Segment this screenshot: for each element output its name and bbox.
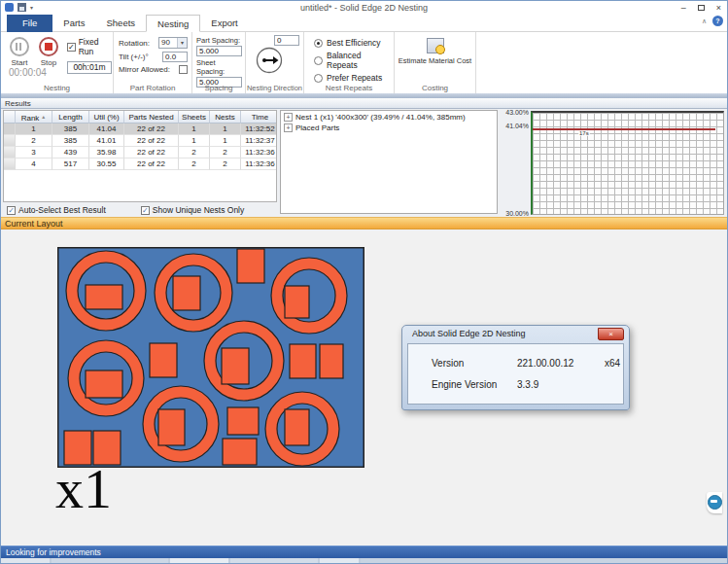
tilt-label: Tilt (+/-)°: [119, 53, 149, 61]
collapse-ribbon-icon[interactable]: ∧: [702, 18, 707, 25]
rotation-dropdown[interactable]: 90 ▾: [158, 37, 188, 49]
y-axis-tick: 30.00%: [505, 210, 529, 217]
auto-select-best-result-checkbox[interactable]: ✓ Auto-Select Best Result: [7, 205, 106, 215]
radio-prefer-repeats[interactable]: Prefer Repeats: [314, 73, 394, 83]
row-selector-header[interactable]: [4, 111, 16, 123]
column-header-rank[interactable]: Rank▲: [16, 111, 52, 123]
restore-button[interactable]: [698, 1, 705, 15]
cell: 1: [16, 123, 52, 135]
help-icon[interactable]: ?: [712, 16, 723, 26]
rect-part: [290, 344, 316, 378]
group-label-part-rotation: Part Rotation: [114, 84, 191, 92]
cell: 2: [179, 159, 210, 170]
mirror-label: Mirror Allowed:: [119, 65, 170, 74]
column-header-time[interactable]: Time: [241, 111, 277, 123]
cell: 11:32:36: [241, 147, 277, 159]
ribbon-group-part-rotation: Rotation: 90 ▾ Tilt (+/-)° Mirror Allowe…: [114, 32, 192, 93]
checkbox-icon: ✓: [141, 206, 150, 215]
table-row[interactable]: 238541.0122 of 221111:32:37: [4, 135, 276, 147]
part-spacing-field[interactable]: [196, 46, 242, 56]
cell: 517: [52, 159, 89, 170]
group-label-nesting-direction: Nesting Direction: [246, 84, 303, 92]
ribbon-tab-row: FilePartsSheetsNestingExport ∧ ?: [1, 15, 727, 32]
line-annotation: 17s: [578, 130, 590, 136]
nested-sheet: [57, 247, 364, 468]
layout-canvas: x1 About Solid Edge 2D Nesting × Version…: [1, 229, 727, 546]
row-selector: [4, 135, 16, 147]
group-label-nesting: Nesting: [1, 84, 113, 92]
cell: 2: [210, 159, 241, 170]
tab-file[interactable]: File: [7, 15, 52, 32]
estimate-material-cost-button[interactable]: Estimate Material Cost: [395, 38, 475, 65]
sort-asc-icon: ▲: [41, 114, 46, 120]
column-header-length[interactable]: Length: [52, 111, 89, 123]
tree-item[interactable]: +Nest 1 (x1) '400x300' (39.49% / 41.04%,…: [284, 113, 494, 122]
results-table: Rank▲LengthUtil (%)Parts NestedSheetsNes…: [3, 110, 277, 202]
rect-part: [227, 407, 259, 435]
ribbon-group-spacing: Part Spacing: Sheet Spacing: Spacing: [192, 32, 246, 93]
fixed-run-checkbox[interactable]: ✓ Fixed Run: [67, 37, 113, 56]
run-time-field[interactable]: [67, 61, 112, 74]
cell: 1: [210, 123, 241, 135]
rect-part: [150, 343, 177, 377]
nesting-direction-icon[interactable]: [256, 47, 283, 78]
tab-parts[interactable]: Parts: [52, 15, 95, 32]
rect-part: [86, 285, 122, 309]
checkbox-icon: ✓: [67, 43, 76, 52]
title-bar: ▾ untitled* - Solid Edge 2D Nesting – ×: [1, 1, 727, 15]
cell: 385: [52, 135, 89, 147]
chart-plot-area: 17s: [531, 111, 724, 215]
close-button[interactable]: ×: [716, 1, 721, 15]
cell: 11:32:37: [241, 135, 277, 147]
column-header-util-[interactable]: Util (%): [89, 111, 124, 123]
ribbon-spacer: [476, 32, 727, 93]
ribbon-group-nesting: Start Stop ✓ Fixed Run 00:00:04 Nesting: [1, 32, 114, 93]
about-dialog: About Solid Edge 2D Nesting × Version 22…: [401, 325, 630, 410]
table-row[interactable]: 451730.5522 of 222211:32:36: [4, 159, 276, 170]
radio-best-efficiency[interactable]: Best Efficiency: [314, 38, 394, 48]
radio-balanced-repeats[interactable]: Balanced Repeats: [314, 51, 394, 70]
engine-version-value: 3.3.9: [517, 379, 605, 390]
column-header-nests[interactable]: Nests: [210, 111, 241, 123]
restore-icon: [698, 5, 705, 11]
cell: 22 of 22: [124, 159, 179, 170]
show-unique-nests-checkbox[interactable]: ✓ Show Unique Nests Only: [141, 205, 245, 215]
tab-export[interactable]: Export: [200, 15, 248, 32]
tilt-field[interactable]: [162, 52, 188, 62]
helper-icon[interactable]: [707, 492, 722, 513]
table-row[interactable]: 343935.9822 of 222211:32:36: [4, 147, 276, 159]
cell: 1: [210, 135, 241, 147]
ribbon-group-costing: Estimate Material Cost Costing: [395, 32, 476, 93]
table-row[interactable]: 138541.0422 of 221111:32:52: [4, 123, 276, 135]
cell: 22 of 22: [124, 135, 179, 147]
expander-icon[interactable]: +: [284, 123, 293, 132]
tab-nesting[interactable]: Nesting: [146, 15, 200, 32]
column-header-sheets[interactable]: Sheets: [179, 111, 210, 123]
minimize-button[interactable]: –: [681, 1, 686, 15]
mirror-allowed-checkbox[interactable]: [179, 65, 188, 74]
tab-sheets[interactable]: Sheets: [96, 15, 147, 32]
cell: 1: [179, 123, 210, 135]
elapsed-time: 00:00:04: [9, 67, 47, 78]
rect-part: [86, 370, 122, 398]
radio-icon: [314, 39, 323, 48]
row-selector: [4, 123, 16, 135]
column-header-parts-nested[interactable]: Parts Nested: [124, 111, 179, 123]
expander-icon[interactable]: +: [284, 113, 293, 122]
rect-part: [158, 409, 185, 445]
direction-angle-field[interactable]: [274, 35, 299, 46]
cell: 2: [179, 147, 210, 159]
arch-value: x64: [605, 358, 620, 369]
y-axis-tick: 43.00%: [505, 109, 529, 116]
sheet-multiplier: x1: [55, 461, 112, 517]
cell: 385: [52, 123, 89, 135]
version-value: 221.00.00.12: [517, 358, 605, 369]
rect-part: [173, 276, 200, 310]
y-axis-tick: 41.04%: [505, 123, 529, 129]
cell: 41.01: [89, 135, 124, 147]
about-close-button[interactable]: ×: [598, 328, 624, 340]
version-label: Version: [432, 358, 517, 369]
rect-part: [285, 286, 309, 318]
tree-item[interactable]: +Placed Parts: [284, 123, 494, 132]
taskbar-sliver: [1, 558, 727, 564]
